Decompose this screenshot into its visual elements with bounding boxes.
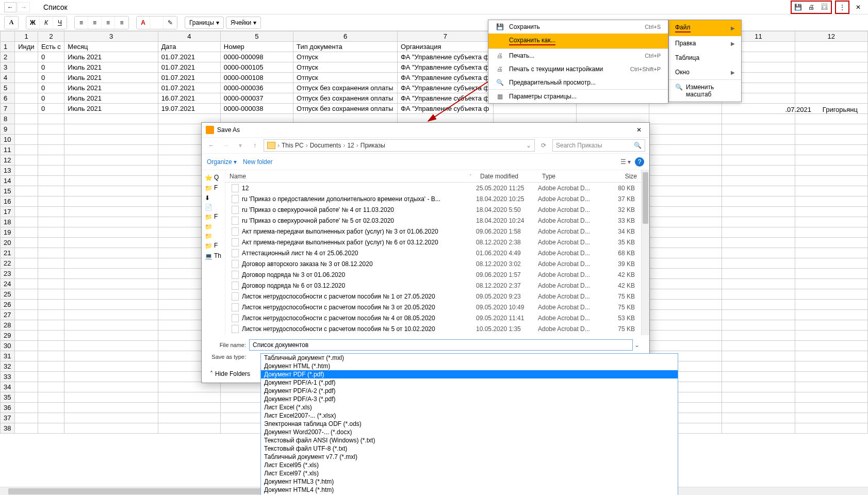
- search-input[interactable]: Search Приказы 🔍: [552, 139, 645, 152]
- bg-color-button[interactable]: [150, 16, 163, 29]
- cell[interactable]: 0: [38, 104, 64, 114]
- folder-tree[interactable]: ⭐Q📁F⬇📄📁F📁📁📁F💻Th: [202, 170, 225, 335]
- save-icon[interactable]: 💾: [792, 2, 804, 12]
- menu-edit[interactable]: Правка▶: [669, 36, 741, 51]
- align-left-button[interactable]: ≡: [75, 16, 88, 29]
- file-row[interactable]: 12 25.05.2020 11:25 Adobe Acrobat D... 8…: [225, 183, 641, 193]
- breadcrumb[interactable]: Приказы: [361, 142, 385, 149]
- print-icon[interactable]: 🖨: [806, 2, 817, 12]
- close-icon[interactable]: ✕: [853, 2, 864, 12]
- cell[interactable]: Отпуск: [293, 73, 398, 83]
- cell[interactable]: 0: [38, 93, 64, 104]
- format-option[interactable]: Текстовый файл ANSI (Windows) (*.txt): [261, 436, 678, 444]
- cell[interactable]: [15, 104, 38, 114]
- cell[interactable]: 0000-000108: [220, 73, 293, 83]
- menu-page-setup[interactable]: ▦Параметры страницы...: [488, 90, 668, 103]
- chevron-down-icon[interactable]: ⌄: [526, 142, 531, 149]
- cell[interactable]: 0000-000105: [220, 62, 293, 73]
- sidebar-item[interactable]: 📁: [203, 231, 224, 240]
- cell[interactable]: Июль 2021: [64, 83, 158, 93]
- file-row[interactable]: Акт приема-передачи выполненных работ (у…: [225, 237, 641, 248]
- sidebar-item[interactable]: ⬇: [203, 193, 224, 202]
- format-option[interactable]: Документ PDF/A-3 (*.pdf): [261, 395, 678, 403]
- sidebar-item[interactable]: 📁F: [203, 183, 224, 193]
- format-option[interactable]: Электронная таблица ODF (*.ods): [261, 420, 678, 428]
- format-option[interactable]: Документ PDF/A-1 (*.pdf): [261, 378, 678, 387]
- cells-dropdown[interactable]: Ячейки▾: [226, 16, 261, 29]
- cell[interactable]: 01.07.2021: [158, 73, 220, 83]
- format-option[interactable]: Табличный документ (*.mxl): [261, 354, 678, 362]
- cell[interactable]: Июль 2021: [64, 73, 158, 83]
- sidebar-item[interactable]: 📁F: [203, 240, 224, 251]
- file-row[interactable]: ru 'Приказ о предоставлении дополнительн…: [225, 193, 641, 204]
- chevron-down-icon[interactable]: ⌄: [633, 341, 641, 349]
- sidebar-item[interactable]: ⭐Q: [203, 172, 224, 183]
- file-row[interactable]: Договор подряда № 3 от 01.06.2020 09.06.…: [225, 269, 641, 280]
- cell[interactable]: [15, 52, 38, 62]
- col-type[interactable]: Type: [538, 173, 600, 180]
- font-button[interactable]: А: [5, 16, 18, 29]
- menu-save[interactable]: 💾Сохранить Ctrl+S: [488, 20, 668, 34]
- more-icon[interactable]: ⋮: [837, 2, 848, 12]
- preview-icon[interactable]: ⿴: [819, 2, 830, 12]
- format-option[interactable]: Табличный документ v7.7 (*.mxl): [261, 453, 678, 461]
- breadcrumb[interactable]: This PC: [282, 142, 304, 149]
- file-row[interactable]: Акт приема-передачи выполненных работ (у…: [225, 226, 641, 237]
- format-option[interactable]: Документ Word2007-... (*.docx): [261, 428, 678, 436]
- cell[interactable]: 16.07.2021: [158, 93, 220, 104]
- file-row[interactable]: Листок нетрудоспособности с расчетом пос…: [225, 323, 641, 334]
- cell[interactable]: 0: [38, 62, 64, 73]
- cell[interactable]: 0000-000098: [220, 52, 293, 62]
- italic-button[interactable]: К: [40, 16, 53, 29]
- cell[interactable]: Отпуск: [293, 52, 398, 62]
- cell[interactable]: Отпуск без сохранения оплаты: [293, 104, 398, 114]
- file-row[interactable]: Листок нетрудоспособности с расчетом пос…: [225, 291, 641, 302]
- cell[interactable]: Отпуск без сохранения оплаты: [293, 83, 398, 93]
- help-button[interactable]: ?: [635, 157, 644, 167]
- file-row[interactable]: Аттестационный лист № 4 от 25.06.2020 01…: [225, 248, 641, 258]
- format-option[interactable]: Документ PDF/A-2 (*.pdf): [261, 387, 678, 395]
- breadcrumb[interactable]: Documents: [310, 142, 341, 149]
- sidebar-item[interactable]: 📁: [203, 222, 224, 231]
- cell[interactable]: 01.07.2021: [158, 83, 220, 93]
- cell[interactable]: Июль 2021: [64, 93, 158, 104]
- cell[interactable]: [15, 93, 38, 104]
- highlight-button[interactable]: ✎: [163, 16, 177, 29]
- file-row[interactable]: Договор авторского заказа № 3 от 08.12.2…: [225, 258, 641, 269]
- format-option[interactable]: Лист Excel95 (*.xls): [261, 461, 678, 469]
- nav-recent-button[interactable]: ▾: [235, 140, 246, 151]
- address-bar[interactable]: › This PC › Documents › 12 › Приказы ⌄: [264, 139, 535, 152]
- format-option[interactable]: Текстовый файл UTF-8 (*.txt): [261, 444, 678, 453]
- menu-preview[interactable]: 🔍Предварительный просмотр...: [488, 76, 668, 89]
- cell[interactable]: Июль 2021: [64, 62, 158, 73]
- cell[interactable]: 0000-000038: [220, 104, 293, 114]
- scrollbar-thumb[interactable]: [643, 172, 648, 224]
- organize-button[interactable]: Organize ▾: [207, 158, 237, 166]
- nav-up-button[interactable]: ↑: [249, 140, 260, 151]
- file-row[interactable]: ru 'Приказ о сверхурочной работе' № 4 от…: [225, 204, 641, 215]
- back-button[interactable]: ←: [4, 2, 17, 12]
- cell[interactable]: [15, 73, 38, 83]
- filename-input[interactable]: [249, 339, 633, 351]
- align-center-button[interactable]: ≡: [88, 16, 102, 29]
- align-right-button[interactable]: ≡: [102, 16, 115, 29]
- cell[interactable]: 0: [38, 52, 64, 62]
- sidebar-item[interactable]: 💻Th: [203, 251, 224, 261]
- file-row[interactable]: Договор подряда № 6 от 03.12.2020 08.12.…: [225, 280, 641, 291]
- cell[interactable]: 01.07.2021: [158, 62, 220, 73]
- cell[interactable]: 0000-000037: [220, 93, 293, 104]
- menu-print-current[interactable]: 🖨Печать с текущими настройками Ctrl+Shif…: [488, 62, 668, 76]
- breadcrumb[interactable]: 12: [347, 142, 354, 149]
- file-row[interactable]: Листок нетрудоспособности с расчетом пос…: [225, 302, 641, 312]
- cell[interactable]: ФА "Управление субъекта ф: [398, 93, 494, 104]
- cell[interactable]: 0: [38, 83, 64, 93]
- format-option[interactable]: Лист Excel97 (*.xls): [261, 469, 678, 477]
- cell[interactable]: ФА "Управление субъекта ф: [398, 62, 494, 73]
- file-row[interactable]: ru 'Приказ о сверхурочной работе' № 5 от…: [225, 215, 641, 226]
- save-type-dropdown[interactable]: Табличный документ (*.mxl)Документ HTML …: [260, 353, 678, 495]
- cell[interactable]: [15, 83, 38, 93]
- cell[interactable]: ФА "Управление субъекта ф: [398, 52, 494, 62]
- close-button[interactable]: ✕: [633, 124, 645, 136]
- cell[interactable]: Отпуск без сохранения оплаты: [293, 93, 398, 104]
- nav-forward-button[interactable]: →: [220, 140, 232, 151]
